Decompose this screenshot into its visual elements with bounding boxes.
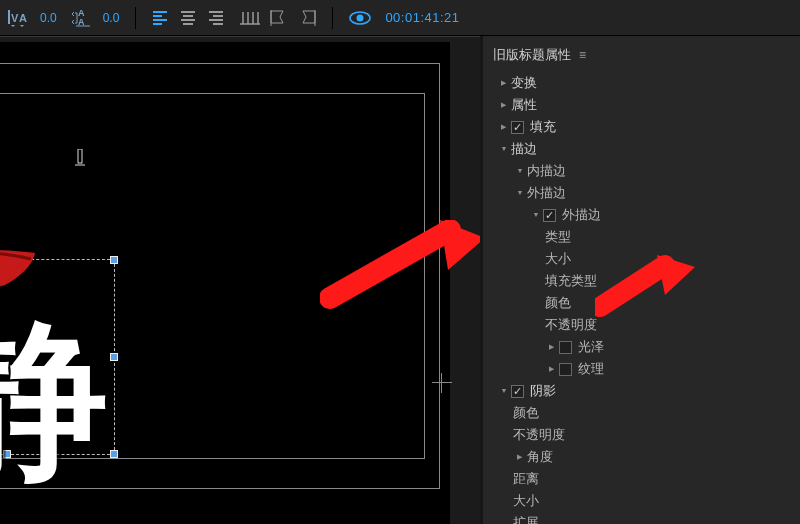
- legacy-title-properties-panel: 旧版标题属性 ≡ 变换 属性 填充 描边 内描边: [480, 36, 800, 524]
- align-center-icon[interactable]: [180, 10, 198, 26]
- shadow-opacity-row: 不透明度 33 %: [483, 424, 800, 446]
- chevron-right-icon[interactable]: [545, 358, 559, 380]
- chevron-right-icon[interactable]: [545, 336, 559, 358]
- align-left-icon[interactable]: [152, 10, 170, 26]
- tab-marker-b-icon[interactable]: [298, 10, 316, 26]
- texture-row[interactable]: 纹理: [483, 358, 800, 380]
- leading-value[interactable]: 0.0: [103, 11, 120, 25]
- kerning-control[interactable]: V A 0.0: [8, 9, 57, 27]
- shadow-spread-row: 扩展: [483, 512, 800, 524]
- shadow-checkbox[interactable]: [511, 385, 524, 398]
- fill-checkbox[interactable]: [511, 121, 524, 134]
- title-canvas[interactable]: 静: [0, 36, 480, 524]
- shadow-angle-row[interactable]: 角度: [483, 446, 800, 468]
- sheen-checkbox[interactable]: [559, 341, 572, 354]
- inner-stroke-group[interactable]: 内描边 添加: [483, 160, 800, 182]
- tab-marker-a-icon[interactable]: [270, 10, 288, 26]
- stroke-size-row: 大小 10.0: [483, 248, 800, 270]
- shadow-color-row: 颜色: [483, 402, 800, 424]
- chevron-right-icon[interactable]: [513, 446, 527, 468]
- leading-control[interactable]: A A 0.0: [71, 8, 120, 28]
- eye-icon: [349, 10, 371, 26]
- tab-buttons: [240, 10, 316, 26]
- panel-title: 旧版标题属性: [493, 46, 571, 64]
- shadow-size-row: 大小: [483, 490, 800, 512]
- title-text[interactable]: 静: [0, 289, 108, 518]
- chevron-right-icon[interactable]: [497, 72, 511, 94]
- kerning-value[interactable]: 0.0: [40, 11, 57, 25]
- fill-group[interactable]: 填充: [483, 116, 800, 138]
- leading-icon: A A: [71, 8, 93, 28]
- outer-stroke-group[interactable]: 外描边 添加: [483, 182, 800, 204]
- shadow-group[interactable]: 阴影: [483, 380, 800, 402]
- chevron-down-icon[interactable]: [497, 380, 511, 402]
- timecode-display[interactable]: 00:01:41:21: [385, 10, 459, 25]
- outer-stroke-checkbox[interactable]: [543, 209, 556, 222]
- stroke-fill-type-row: 填充类型 实底: [483, 270, 800, 292]
- chevron-right-icon[interactable]: [497, 94, 511, 116]
- align-right-icon[interactable]: [208, 10, 226, 26]
- svg-text:V: V: [11, 12, 19, 24]
- video-preview-toggle[interactable]: [349, 10, 371, 26]
- align-buttons: [152, 10, 226, 26]
- chevron-down-icon[interactable]: [513, 182, 527, 204]
- texture-checkbox[interactable]: [559, 363, 572, 376]
- chevron-down-icon[interactable]: [497, 138, 511, 160]
- baseline-marker-icon: [75, 149, 85, 167]
- properties-group[interactable]: 属性: [483, 94, 800, 116]
- outer-stroke-item[interactable]: 外描边 删除 上移: [483, 204, 800, 226]
- svg-rect-0: [8, 10, 10, 24]
- transform-group[interactable]: 变换: [483, 72, 800, 94]
- title-toolbar: V A 0.0 A A 0.0: [0, 0, 800, 36]
- chevron-down-icon[interactable]: [513, 160, 527, 182]
- stroke-group[interactable]: 描边: [483, 138, 800, 160]
- svg-point-26: [357, 14, 364, 21]
- panel-menu-icon[interactable]: ≡: [579, 48, 586, 62]
- chevron-down-icon[interactable]: [529, 204, 543, 226]
- divider: [332, 7, 333, 29]
- stroke-type-row: 类型 边缘: [483, 226, 800, 248]
- stroke-opacity-row: 不透明度 100 %: [483, 314, 800, 336]
- tab-stops-icon[interactable]: [240, 10, 260, 26]
- svg-text:A: A: [19, 12, 27, 24]
- kerning-icon: V A: [8, 9, 30, 27]
- divider: [135, 7, 136, 29]
- sheen-row[interactable]: 光泽: [483, 336, 800, 358]
- svg-rect-27: [78, 149, 82, 163]
- chevron-right-icon[interactable]: [497, 116, 511, 138]
- stroke-color-row: 颜色: [483, 292, 800, 314]
- shadow-distance-row: 距离: [483, 468, 800, 490]
